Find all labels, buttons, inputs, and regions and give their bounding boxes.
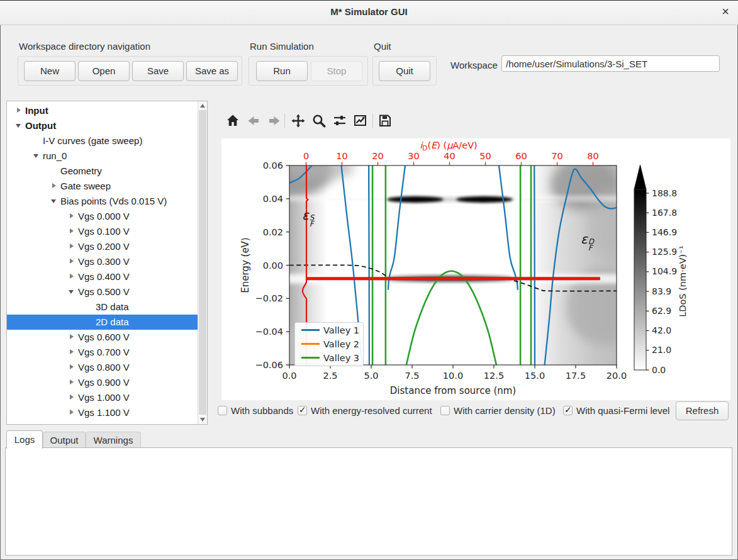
- plot-options-icon[interactable]: [352, 113, 369, 129]
- colorbar-tick-label: 146.9: [652, 227, 677, 237]
- save-figure-icon[interactable]: [377, 113, 393, 129]
- pan-icon[interactable]: [290, 113, 306, 129]
- expand-arrow-icon[interactable]: [52, 183, 56, 188]
- y-tick-label: 0.02: [263, 227, 283, 237]
- checkmark-icon: ✓: [564, 405, 572, 415]
- subplots-config-icon[interactable]: [332, 113, 348, 129]
- with-quasi-fermi-level-checkbox[interactable]: ✓: [563, 406, 573, 415]
- expand-arrow-icon[interactable]: [70, 213, 74, 218]
- top-tick-label: 40: [444, 151, 455, 161]
- expand-arrow-icon[interactable]: [70, 244, 74, 249]
- x-tick-label: 20.0: [607, 371, 627, 381]
- x-tick-label: 17.5: [566, 371, 586, 381]
- tree-item[interactable]: I-V curves (gate sweep): [7, 133, 198, 148]
- tree-item-label: 2D data: [96, 316, 129, 327]
- epsilon-symbol: ε: [581, 232, 588, 247]
- new-button[interactable]: New: [24, 61, 75, 81]
- with-carrier-density-1d-checkbox[interactable]: [440, 406, 450, 415]
- refresh-button[interactable]: Refresh: [676, 401, 729, 420]
- figure-canvas[interactable]: 0.02.55.07.510.012.515.017.520.0Distance…: [221, 138, 730, 400]
- save-as-button[interactable]: Save as: [186, 61, 238, 81]
- window-title: M* Simulator GUI: [0, 6, 738, 17]
- tree-item-label: Vgs 0.100 V: [78, 226, 130, 237]
- tree-item[interactable]: Vgs 0.700 V: [7, 345, 198, 360]
- expand-arrow-icon[interactable]: [70, 379, 74, 384]
- run-button[interactable]: Run: [256, 61, 308, 81]
- tree-item-label: Vgs 0.000 V: [78, 211, 130, 221]
- tree-item-label: run_0: [43, 150, 67, 161]
- tree-item-label: Geometry: [60, 165, 102, 176]
- back-icon[interactable]: [245, 113, 262, 129]
- tab-warnings[interactable]: Warnings: [86, 432, 141, 449]
- epsilon-sub: F: [588, 245, 594, 251]
- scroll-down-icon[interactable]: [200, 418, 205, 422]
- tree-item-label: Vgs 0.500 V: [78, 286, 130, 297]
- tree-item[interactable]: Vgs 0.100 V: [7, 224, 198, 239]
- x-tick-label: 5.0: [364, 371, 378, 381]
- workspace-label: Workspace: [450, 60, 498, 70]
- x-axis-title: Distance from source (nm): [390, 385, 516, 396]
- workspace-path-input[interactable]: /home/user/Simulations/3-Si_SET: [501, 55, 720, 72]
- expand-arrow-icon[interactable]: [70, 334, 74, 339]
- tree-item-selected[interactable]: 2D data: [7, 315, 198, 330]
- zoom-icon[interactable]: [311, 113, 327, 129]
- tree-item[interactable]: Vgs 0.400 V: [7, 269, 198, 284]
- tree-item[interactable]: Vgs 0.200 V: [7, 239, 198, 254]
- expand-arrow-icon[interactable]: [70, 349, 74, 354]
- tree-item[interactable]: Vgs 0.800 V: [7, 360, 198, 375]
- open-button[interactable]: Open: [78, 61, 130, 81]
- forward-icon[interactable]: [266, 113, 282, 129]
- home-icon[interactable]: [225, 113, 241, 129]
- source_fermi-annotation: εSF: [302, 208, 314, 227]
- x-tick-label: 12.5: [484, 371, 504, 381]
- expand-arrow-icon[interactable]: [70, 395, 74, 400]
- tree-item[interactable]: Gate sweep: [7, 179, 198, 194]
- collapse-arrow-icon[interactable]: [16, 124, 21, 128]
- checkmark-icon: ✓: [299, 405, 306, 415]
- scrollbar-thumb[interactable]: [199, 110, 206, 415]
- tree-item[interactable]: Vgs 0.600 V: [7, 330, 198, 345]
- top-tick-label: 70: [551, 151, 562, 161]
- tree-item[interactable]: Bias points (Vds 0.015 V): [7, 194, 198, 209]
- toolbar-group-label: Workspace directory navigation: [19, 41, 150, 52]
- save-button[interactable]: Save: [132, 61, 184, 81]
- expand-arrow-icon[interactable]: [70, 364, 74, 369]
- close-icon[interactable]: ×: [722, 4, 729, 19]
- tree-item[interactable]: Vgs 1.200 V: [7, 420, 198, 425]
- tab-output[interactable]: Output: [43, 432, 86, 449]
- quit-button[interactable]: Quit: [379, 61, 430, 81]
- scroll-up-icon[interactable]: [200, 104, 205, 108]
- collapse-arrow-icon[interactable]: [69, 290, 74, 294]
- tree-item[interactable]: Geometry: [7, 164, 198, 179]
- tree-scrollbar[interactable]: [198, 101, 207, 424]
- legend-label: Valley 2: [323, 337, 359, 351]
- expand-arrow-icon[interactable]: [17, 108, 21, 113]
- tree-item[interactable]: Input: [7, 103, 198, 118]
- y-axis-title: Energy (eV): [240, 237, 251, 293]
- tree-item[interactable]: Vgs 0.900 V: [7, 375, 198, 390]
- tree-item[interactable]: Vgs 0.000 V: [7, 209, 198, 224]
- tree-item[interactable]: Vgs 1.000 V: [7, 390, 198, 405]
- tree-item[interactable]: Vgs 1.100 V: [7, 405, 198, 420]
- colorbar-extend-arrow: [634, 165, 646, 189]
- stop-button[interactable]: Stop: [311, 61, 362, 81]
- with-subbands-checkbox[interactable]: [218, 406, 227, 415]
- tree-item[interactable]: 3D data: [7, 300, 198, 315]
- tab-logs[interactable]: Logs: [6, 430, 43, 449]
- tree-item[interactable]: Vgs 0.300 V: [7, 254, 198, 269]
- with-energy-resolved-current-checkbox[interactable]: ✓: [298, 406, 307, 415]
- x-tick-label: 2.5: [323, 371, 337, 381]
- expand-arrow-icon[interactable]: [70, 228, 74, 233]
- tree-item[interactable]: Output: [7, 118, 198, 133]
- tree-item[interactable]: Vgs 0.500 V: [7, 284, 198, 300]
- collapse-arrow-icon[interactable]: [33, 154, 38, 158]
- x-tick-label: 15.0: [525, 371, 545, 381]
- colorbar-tick-label: 188.8: [652, 188, 677, 198]
- expand-arrow-icon[interactable]: [70, 410, 74, 415]
- collapse-arrow-icon[interactable]: [51, 199, 56, 203]
- expand-arrow-icon[interactable]: [70, 259, 74, 264]
- tree-item[interactable]: run_0: [7, 148, 198, 164]
- expand-arrow-icon[interactable]: [70, 274, 74, 279]
- legend-line-3: [301, 357, 320, 359]
- x-tick-label: 7.5: [405, 371, 419, 381]
